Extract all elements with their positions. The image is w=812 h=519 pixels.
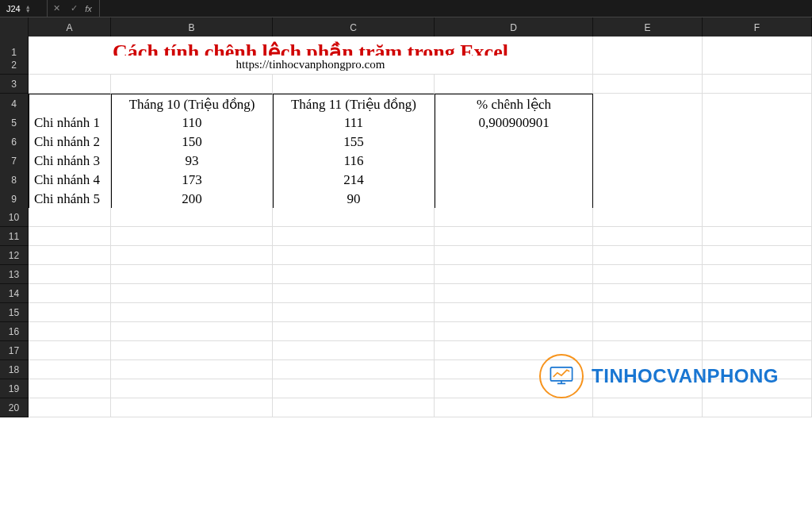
cell-F16[interactable] (703, 322, 812, 341)
cell-F11[interactable] (703, 227, 812, 246)
cell-A6[interactable]: Chi nhánh 2 (29, 132, 111, 152)
cell-B10[interactable] (111, 208, 273, 227)
formula-confirm-icon[interactable]: ✓ (65, 0, 82, 17)
cell-F8[interactable] (703, 170, 812, 190)
cell-E20[interactable] (593, 398, 703, 417)
cell-A17[interactable] (29, 341, 111, 360)
cell-D15[interactable] (435, 303, 593, 322)
cell-E12[interactable] (593, 246, 703, 265)
formula-input[interactable] (100, 4, 812, 13)
cell-E3[interactable] (593, 75, 703, 94)
cell-B14[interactable] (111, 284, 273, 303)
cell-F7[interactable] (703, 151, 812, 171)
cell-B9[interactable]: 200 (111, 189, 273, 210)
col-header-A[interactable]: A (29, 17, 111, 38)
cell-C13[interactable] (273, 265, 435, 284)
subtitle-url[interactable]: https://tinhocvanphongpro.com (29, 56, 593, 75)
cell-B12[interactable] (111, 246, 273, 265)
cell-F20[interactable] (703, 398, 812, 417)
cell-D11[interactable] (435, 227, 593, 246)
cell-D5[interactable]: 0,900900901 (435, 113, 593, 133)
cell-F14[interactable] (703, 284, 812, 303)
cell-F6[interactable] (703, 132, 812, 152)
cell-A10[interactable] (29, 208, 111, 227)
cell-B18[interactable] (111, 360, 273, 379)
cell-A11[interactable] (29, 227, 111, 246)
spinner-down-icon[interactable]: ▼ (25, 9, 31, 13)
cell-B11[interactable] (111, 227, 273, 246)
row-header-17[interactable]: 17 (0, 341, 29, 360)
cell-A3[interactable] (29, 75, 111, 94)
header-C[interactable]: Tháng 11 (Triệu đồng) (273, 94, 435, 114)
header-D[interactable]: % chênh lệch (435, 94, 593, 114)
row-header-16[interactable]: 16 (0, 322, 29, 341)
row-header-9[interactable]: 9 (0, 189, 29, 210)
cell-F5[interactable] (703, 113, 812, 133)
cell-B17[interactable] (111, 341, 273, 360)
cell-E2[interactable] (593, 56, 703, 75)
cell-F2[interactable] (703, 56, 812, 75)
cell-F13[interactable] (703, 265, 812, 284)
cell-E4[interactable] (593, 94, 703, 114)
row-header-10[interactable]: 10 (0, 208, 29, 227)
name-box[interactable]: J24 ▲ ▼ (0, 0, 48, 17)
cell-D8[interactable] (435, 170, 593, 190)
cell-C11[interactable] (273, 227, 435, 246)
row-header-11[interactable]: 11 (0, 227, 29, 246)
cell-E9[interactable] (593, 189, 703, 210)
cell-F9[interactable] (703, 189, 812, 210)
cell-C19[interactable] (273, 379, 435, 398)
col-header-D[interactable]: D (435, 17, 593, 38)
cell-A18[interactable] (29, 360, 111, 379)
cell-C18[interactable] (273, 360, 435, 379)
cell-C7[interactable]: 116 (273, 151, 435, 171)
col-header-C[interactable]: C (273, 17, 435, 38)
cell-D14[interactable] (435, 284, 593, 303)
cell-E13[interactable] (593, 265, 703, 284)
cell-B5[interactable]: 110 (111, 113, 273, 133)
cell-E6[interactable] (593, 132, 703, 152)
cell-A14[interactable] (29, 284, 111, 303)
cell-E8[interactable] (593, 170, 703, 190)
row-header-4[interactable]: 4 (0, 94, 29, 114)
cell-A9[interactable]: Chi nhánh 5 (29, 189, 111, 210)
cell-D3[interactable] (435, 75, 593, 94)
select-all-corner[interactable] (0, 17, 29, 38)
cell-C8[interactable]: 214 (273, 170, 435, 190)
cell-A19[interactable] (29, 379, 111, 398)
cell-D7[interactable] (435, 151, 593, 171)
row-header-20[interactable]: 20 (0, 398, 29, 417)
col-header-B[interactable]: B (111, 17, 273, 38)
cell-C15[interactable] (273, 303, 435, 322)
row-header-12[interactable]: 12 (0, 246, 29, 265)
cell-E14[interactable] (593, 284, 703, 303)
cell-C16[interactable] (273, 322, 435, 341)
row-header-18[interactable]: 18 (0, 360, 29, 379)
cell-C17[interactable] (273, 341, 435, 360)
cell-D16[interactable] (435, 322, 593, 341)
header-A[interactable] (29, 94, 111, 114)
cell-E10[interactable] (593, 208, 703, 227)
cell-E15[interactable] (593, 303, 703, 322)
cell-E5[interactable] (593, 113, 703, 133)
row-header-2[interactable]: 2 (0, 56, 29, 75)
cell-F15[interactable] (703, 303, 812, 322)
cell-D20[interactable] (435, 398, 593, 417)
cell-A5[interactable]: Chi nhánh 1 (29, 113, 111, 133)
name-box-spinner[interactable]: ▲ ▼ (25, 5, 31, 13)
cell-A7[interactable]: Chi nhánh 3 (29, 151, 111, 171)
row-header-5[interactable]: 5 (0, 113, 29, 133)
cell-D6[interactable] (435, 132, 593, 152)
cell-D10[interactable] (435, 208, 593, 227)
cell-F12[interactable] (703, 246, 812, 265)
row-header-6[interactable]: 6 (0, 132, 29, 152)
cell-B19[interactable] (111, 379, 273, 398)
cell-B7[interactable]: 93 (111, 151, 273, 171)
header-B[interactable]: Tháng 10 (Triệu đồng) (111, 94, 273, 114)
fx-icon[interactable]: fx (82, 0, 100, 17)
cell-A8[interactable]: Chi nhánh 4 (29, 170, 111, 190)
row-header-14[interactable]: 14 (0, 284, 29, 303)
cell-A20[interactable] (29, 398, 111, 417)
col-header-F[interactable]: F (703, 17, 812, 38)
cell-F4[interactable] (703, 94, 812, 114)
